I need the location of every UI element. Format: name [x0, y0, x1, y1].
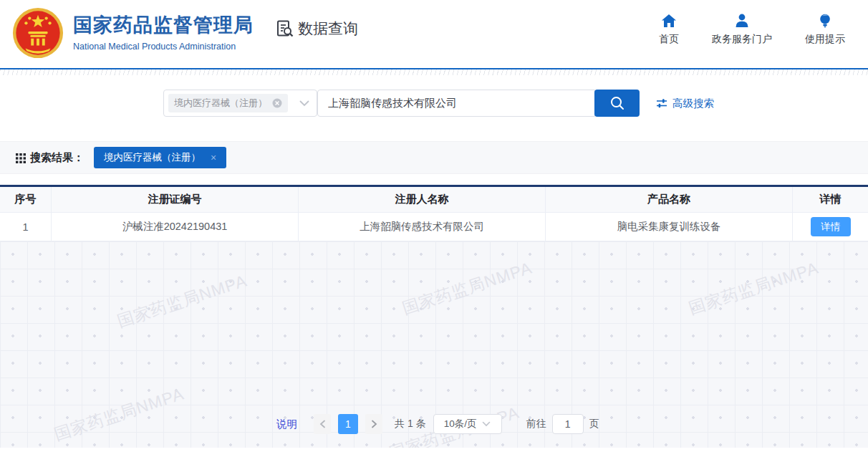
home-icon	[661, 14, 677, 28]
filter-tag-close-icon[interactable]: ×	[211, 152, 216, 163]
category-tag: 境内医疗器械（注册）	[168, 94, 288, 112]
tag-remove-icon[interactable]	[272, 98, 282, 108]
page-number-button[interactable]: 1	[338, 414, 358, 434]
search-keyword-input[interactable]	[317, 90, 595, 117]
advanced-search-label: 高级搜索	[672, 97, 714, 110]
watermark: 国家药监局NMPA	[400, 257, 535, 320]
table-header-row: 序号 注册证编号 注册人名称 产品名称 详情	[0, 187, 868, 213]
page-size-value: 10条/页	[444, 418, 477, 430]
page-size-select[interactable]: 10条/页	[433, 414, 502, 434]
goto-page-label: 前往	[526, 418, 546, 430]
chevron-left-icon	[319, 420, 326, 428]
header-hatch-strip	[0, 69, 868, 75]
nav-item-usage-tips[interactable]: 使用提示	[805, 14, 845, 46]
next-page-button[interactable]	[365, 414, 382, 434]
detail-button[interactable]: 详情	[811, 217, 851, 236]
prev-page-button[interactable]	[314, 414, 331, 434]
chevron-down-icon	[482, 421, 491, 427]
cell-detail: 详情	[793, 213, 868, 241]
search-icon	[609, 95, 625, 111]
top-navigation: 首页 政务服务门户 使用提示	[659, 14, 845, 46]
cell-registrant: 上海韶脑传感技术有限公司	[299, 213, 546, 241]
nav-usage-tips-label: 使用提示	[805, 33, 845, 46]
goto-page-input[interactable]	[552, 414, 584, 434]
search-results-bar: 搜索结果： 境内医疗器械（注册） ×	[0, 141, 868, 174]
document-search-icon	[276, 19, 294, 38]
filter-sliders-icon	[656, 98, 667, 108]
nav-home-label: 首页	[659, 33, 679, 46]
col-header-detail: 详情	[793, 187, 868, 213]
total-count-text: 共 1 条	[395, 418, 426, 430]
cell-index: 1	[0, 213, 52, 241]
watermark: 国家药监局NMPA	[686, 257, 821, 320]
col-header-registrant: 注册人名称	[299, 187, 546, 213]
watermark: 国家药监局NMPA	[52, 383, 187, 446]
nmpa-national-emblem-logo	[11, 6, 64, 59]
data-query-title[interactable]: 数据查询	[276, 19, 358, 39]
cell-product: 脑电采集康复训练设备	[546, 213, 793, 241]
org-name: 国家药品监督管理局	[73, 12, 254, 38]
user-icon	[734, 14, 750, 28]
results-label: 搜索结果：	[30, 151, 84, 165]
pagination-bar: 说明 1 共 1 条 10条/页 前往 页	[276, 414, 599, 434]
org-title-block: 国家药品监督管理局 National Medical Products Admi…	[73, 12, 254, 52]
chevron-right-icon	[371, 420, 377, 428]
results-table: 序号 注册证编号 注册人名称 产品名称 详情 1 沪械注准20242190431…	[0, 185, 868, 241]
category-tag-label: 境内医疗器械（注册）	[174, 97, 267, 110]
nav-item-gov-portal[interactable]: 政务服务门户	[712, 14, 772, 46]
org-name-english: National Medical Products Administration	[73, 42, 254, 52]
active-filter-tag-label: 境内医疗器械（注册）	[104, 151, 201, 164]
nav-gov-portal-label: 政务服务门户	[712, 33, 772, 46]
note-link[interactable]: 说明	[276, 418, 297, 431]
chevron-down-icon	[299, 100, 309, 107]
nav-item-home[interactable]: 首页	[659, 14, 679, 46]
cell-reg-no: 沪械注准20242190431	[52, 213, 299, 241]
bottom-white-strip	[0, 448, 868, 457]
advanced-search-link[interactable]: 高级搜索	[656, 90, 714, 117]
active-filter-tag[interactable]: 境内医疗器械（注册） ×	[94, 147, 226, 168]
search-category-select[interactable]: 境内医疗器械（注册）	[163, 90, 317, 117]
results-label-wrap: 搜索结果：	[16, 151, 84, 165]
lightbulb-icon	[819, 14, 831, 28]
col-header-reg-no: 注册证编号	[52, 187, 299, 213]
watermark: 国家药监局NMPA	[115, 270, 250, 333]
table-row: 1 沪械注准20242190431 上海韶脑传感技术有限公司 脑电采集康复训练设…	[0, 213, 868, 241]
page-header: 国家药品监督管理局 National Medical Products Admi…	[0, 0, 868, 68]
data-query-title-label: 数据查询	[298, 19, 358, 39]
grid-icon	[16, 153, 26, 163]
col-header-index: 序号	[0, 187, 52, 213]
search-button[interactable]	[594, 90, 640, 117]
goto-page-suffix: 页	[589, 418, 599, 430]
col-header-product: 产品名称	[546, 187, 793, 213]
